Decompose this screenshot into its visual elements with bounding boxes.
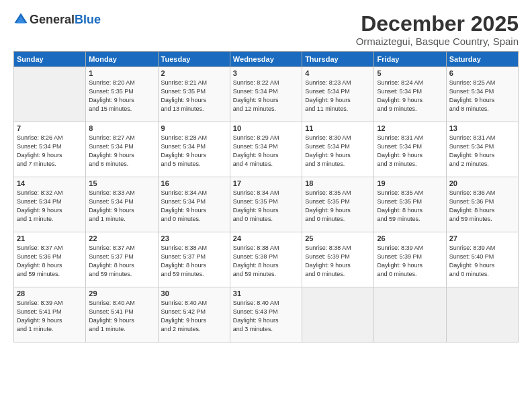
day-number: 10 [233, 124, 299, 132]
col-monday: Monday [86, 52, 158, 67]
calendar-cell: 8Sunrise: 8:27 AM Sunset: 5:34 PM Daylig… [86, 122, 158, 177]
day-number: 31 [233, 289, 299, 298]
calendar-cell: 5Sunrise: 8:24 AM Sunset: 5:34 PM Daylig… [374, 67, 446, 122]
day-number: 9 [161, 124, 227, 132]
day-info: Sunrise: 8:24 AM Sunset: 5:34 PM Dayligh… [377, 79, 443, 113]
day-number: 28 [17, 289, 83, 298]
day-number: 20 [449, 179, 515, 187]
day-info: Sunrise: 8:20 AM Sunset: 5:35 PM Dayligh… [89, 79, 154, 113]
day-info: Sunrise: 8:31 AM Sunset: 5:34 PM Dayligh… [449, 134, 515, 169]
day-number: 7 [17, 124, 83, 132]
day-info: Sunrise: 8:34 AM Sunset: 5:34 PM Dayligh… [161, 189, 227, 224]
day-number: 12 [377, 124, 443, 132]
calendar-cell: 2Sunrise: 8:21 AM Sunset: 5:35 PM Daylig… [158, 67, 230, 122]
day-number: 17 [233, 179, 299, 187]
logo-blue: Blue [75, 13, 101, 27]
col-tuesday: Tuesday [158, 52, 230, 67]
day-info: Sunrise: 8:22 AM Sunset: 5:34 PM Dayligh… [233, 79, 299, 113]
calendar-cell: 30Sunrise: 8:40 AM Sunset: 5:42 PM Dayli… [158, 287, 230, 342]
day-number: 22 [89, 234, 154, 242]
calendar-cell: 14Sunrise: 8:32 AM Sunset: 5:34 PM Dayli… [14, 177, 86, 232]
day-number: 30 [161, 289, 227, 298]
day-number: 27 [449, 234, 515, 242]
day-info: Sunrise: 8:27 AM Sunset: 5:34 PM Dayligh… [89, 134, 154, 169]
calendar-cell: 21Sunrise: 8:37 AM Sunset: 5:36 PM Dayli… [14, 232, 86, 287]
calendar-cell: 23Sunrise: 8:38 AM Sunset: 5:37 PM Dayli… [158, 232, 230, 287]
calendar-cell: 17Sunrise: 8:34 AM Sunset: 5:35 PM Dayli… [230, 177, 302, 232]
calendar-cell: 15Sunrise: 8:33 AM Sunset: 5:34 PM Dayli… [86, 177, 158, 232]
day-number: 6 [449, 69, 515, 77]
calendar-cell [14, 67, 86, 122]
day-number: 15 [89, 179, 154, 187]
location: Ormaiztegui, Basque Country, Spain [356, 36, 519, 47]
day-number: 11 [305, 124, 371, 132]
logo: GeneralBlue [13, 12, 101, 27]
title-block: December 2025 Ormaiztegui, Basque Countr… [356, 12, 519, 47]
day-info: Sunrise: 8:28 AM Sunset: 5:34 PM Dayligh… [161, 134, 227, 169]
logo-icon [13, 12, 28, 27]
day-info: Sunrise: 8:33 AM Sunset: 5:34 PM Dayligh… [89, 189, 154, 224]
day-info: Sunrise: 8:39 AM Sunset: 5:39 PM Dayligh… [377, 244, 443, 279]
calendar-cell: 28Sunrise: 8:39 AM Sunset: 5:41 PM Dayli… [14, 287, 86, 342]
calendar-cell: 10Sunrise: 8:29 AM Sunset: 5:34 PM Dayli… [230, 122, 302, 177]
day-info: Sunrise: 8:40 AM Sunset: 5:42 PM Dayligh… [161, 299, 227, 334]
calendar-table: Sunday Monday Tuesday Wednesday Thursday… [13, 51, 519, 342]
col-friday: Friday [374, 52, 446, 67]
day-info: Sunrise: 8:29 AM Sunset: 5:34 PM Dayligh… [233, 134, 299, 169]
day-info: Sunrise: 8:35 AM Sunset: 5:35 PM Dayligh… [377, 189, 443, 224]
month-title: December 2025 [356, 12, 519, 36]
calendar-cell: 24Sunrise: 8:38 AM Sunset: 5:38 PM Dayli… [230, 232, 302, 287]
day-number: 8 [89, 124, 154, 132]
calendar-cell: 25Sunrise: 8:38 AM Sunset: 5:39 PM Dayli… [302, 232, 374, 287]
calendar-cell: 11Sunrise: 8:30 AM Sunset: 5:34 PM Dayli… [302, 122, 374, 177]
page: GeneralBlue December 2025 Ormaiztegui, B… [0, 0, 532, 411]
day-number: 16 [161, 179, 227, 187]
header: GeneralBlue December 2025 Ormaiztegui, B… [13, 12, 519, 47]
col-wednesday: Wednesday [230, 52, 302, 67]
calendar-week-4: 28Sunrise: 8:39 AM Sunset: 5:41 PM Dayli… [14, 287, 519, 342]
calendar-cell: 12Sunrise: 8:31 AM Sunset: 5:34 PM Dayli… [374, 122, 446, 177]
day-number: 29 [89, 289, 154, 298]
calendar-week-3: 21Sunrise: 8:37 AM Sunset: 5:36 PM Dayli… [14, 232, 519, 287]
calendar-cell: 16Sunrise: 8:34 AM Sunset: 5:34 PM Dayli… [158, 177, 230, 232]
day-info: Sunrise: 8:37 AM Sunset: 5:37 PM Dayligh… [89, 244, 154, 279]
day-number: 19 [377, 179, 443, 187]
calendar-cell: 20Sunrise: 8:36 AM Sunset: 5:36 PM Dayli… [446, 177, 518, 232]
day-number: 1 [89, 69, 154, 77]
day-info: Sunrise: 8:38 AM Sunset: 5:37 PM Dayligh… [161, 244, 227, 279]
calendar-cell: 27Sunrise: 8:39 AM Sunset: 5:40 PM Dayli… [446, 232, 518, 287]
day-number: 2 [161, 69, 227, 77]
logo-general: General [30, 13, 75, 27]
day-number: 4 [305, 69, 371, 77]
day-info: Sunrise: 8:23 AM Sunset: 5:34 PM Dayligh… [305, 79, 371, 113]
calendar-header-row: Sunday Monday Tuesday Wednesday Thursday… [14, 52, 519, 67]
day-info: Sunrise: 8:40 AM Sunset: 5:43 PM Dayligh… [233, 299, 299, 334]
calendar-cell: 29Sunrise: 8:40 AM Sunset: 5:41 PM Dayli… [86, 287, 158, 342]
day-number: 25 [305, 234, 371, 242]
calendar-cell: 6Sunrise: 8:25 AM Sunset: 5:34 PM Daylig… [446, 67, 518, 122]
calendar-cell: 1Sunrise: 8:20 AM Sunset: 5:35 PM Daylig… [86, 67, 158, 122]
calendar-cell: 18Sunrise: 8:35 AM Sunset: 5:35 PM Dayli… [302, 177, 374, 232]
calendar-week-1: 7Sunrise: 8:26 AM Sunset: 5:34 PM Daylig… [14, 122, 519, 177]
day-info: Sunrise: 8:34 AM Sunset: 5:35 PM Dayligh… [233, 189, 299, 224]
day-info: Sunrise: 8:21 AM Sunset: 5:35 PM Dayligh… [161, 79, 227, 113]
calendar-week-2: 14Sunrise: 8:32 AM Sunset: 5:34 PM Dayli… [14, 177, 519, 232]
calendar-week-0: 1Sunrise: 8:20 AM Sunset: 5:35 PM Daylig… [14, 67, 519, 122]
col-saturday: Saturday [446, 52, 518, 67]
day-number: 18 [305, 179, 371, 187]
day-info: Sunrise: 8:36 AM Sunset: 5:36 PM Dayligh… [449, 189, 515, 224]
day-number: 24 [233, 234, 299, 242]
day-number: 14 [17, 179, 83, 187]
day-info: Sunrise: 8:30 AM Sunset: 5:34 PM Dayligh… [305, 134, 371, 169]
day-info: Sunrise: 8:31 AM Sunset: 5:34 PM Dayligh… [377, 134, 443, 169]
calendar-cell: 9Sunrise: 8:28 AM Sunset: 5:34 PM Daylig… [158, 122, 230, 177]
day-info: Sunrise: 8:38 AM Sunset: 5:39 PM Dayligh… [305, 244, 371, 279]
day-number: 26 [377, 234, 443, 242]
day-info: Sunrise: 8:37 AM Sunset: 5:36 PM Dayligh… [17, 244, 83, 279]
day-info: Sunrise: 8:26 AM Sunset: 5:34 PM Dayligh… [17, 134, 83, 169]
calendar-cell [446, 287, 518, 342]
calendar-cell: 31Sunrise: 8:40 AM Sunset: 5:43 PM Dayli… [230, 287, 302, 342]
day-number: 21 [17, 234, 83, 242]
calendar-cell: 13Sunrise: 8:31 AM Sunset: 5:34 PM Dayli… [446, 122, 518, 177]
day-info: Sunrise: 8:39 AM Sunset: 5:41 PM Dayligh… [17, 299, 83, 334]
